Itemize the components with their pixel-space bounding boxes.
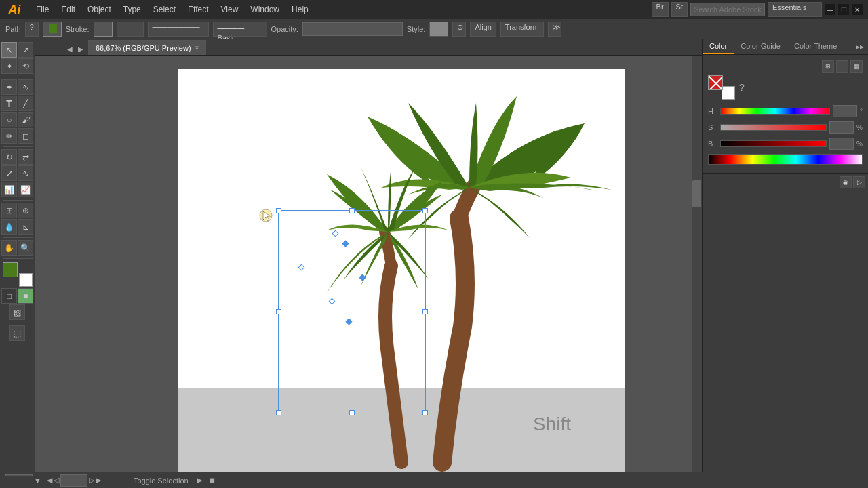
stop-btn[interactable]: ◼	[209, 476, 215, 485]
fill-swatch[interactable]	[3, 262, 18, 277]
extra-options-btn[interactable]: ≫	[548, 22, 561, 37]
pattern-mode-btn[interactable]: ▨	[9, 304, 25, 320]
workspace-selector[interactable]: Essentials	[768, 2, 822, 17]
prev-page-btn[interactable]: ◀	[47, 476, 52, 485]
stroke-weight-input[interactable]	[117, 22, 144, 37]
menu-type[interactable]: Type	[118, 3, 146, 16]
svg-rect-0	[49, 24, 57, 33]
panel-tab-bar: Color Color Guide Color Theme ▸▸	[703, 39, 868, 55]
selection-tool[interactable]: ↖	[1, 42, 17, 58]
align-btn[interactable]: Align	[470, 22, 496, 37]
menu-help[interactable]: Help	[286, 3, 314, 16]
s-slider[interactable]	[720, 124, 827, 131]
line-tool[interactable]: ╱	[18, 96, 33, 111]
panel-stroke-swatch[interactable]	[722, 86, 735, 100]
tab-color-guide[interactable]: Color Guide	[734, 39, 787, 54]
tab-color-theme[interactable]: Color Theme	[787, 39, 844, 54]
eraser-tool[interactable]: ◻	[18, 128, 33, 144]
hand-tool[interactable]: ✋	[1, 240, 17, 256]
panel-icon-large[interactable]: ▦	[850, 60, 863, 73]
prev-page-btn2[interactable]: ◁	[54, 476, 59, 485]
next-page-btn2[interactable]: ▶	[96, 476, 101, 485]
stock-btn[interactable]: St	[671, 2, 688, 17]
style-selector[interactable]	[429, 22, 448, 37]
normal-mode-btn[interactable]: □	[1, 288, 17, 304]
tab-nav-right[interactable]: ▶	[76, 45, 85, 54]
eyedropper-tool[interactable]: 💧	[1, 219, 17, 235]
curvature-tool[interactable]: ∿	[18, 79, 33, 95]
search-stock-input[interactable]	[690, 3, 765, 16]
menu-window[interactable]: Window	[245, 3, 285, 16]
b-unit: %	[856, 140, 863, 148]
maximize-button[interactable]: ☐	[838, 4, 849, 15]
stroke-color-btn[interactable]	[94, 22, 113, 37]
pencil-tool[interactable]: ✏	[1, 128, 17, 144]
scrollbar-thumb[interactable]	[692, 180, 701, 207]
b-slider[interactable]	[720, 140, 827, 147]
panel-fill-swatch[interactable]	[708, 75, 723, 90]
h-value-input[interactable]	[833, 105, 857, 117]
blend-tool[interactable]: ⊕	[18, 203, 33, 218]
menu-edit[interactable]: Edit	[56, 3, 81, 16]
stroke-swatch[interactable]	[19, 273, 33, 287]
scale-tool[interactable]: ⤢	[1, 165, 17, 181]
zoom-tool[interactable]: 🔍	[18, 240, 33, 256]
menu-select[interactable]: Select	[148, 3, 181, 16]
vertical-scrollbar[interactable]	[692, 56, 702, 472]
paintbrush-tool[interactable]: 🖌	[18, 112, 33, 127]
stroke-dash-selector[interactable]: ──── Basic	[213, 22, 267, 37]
close-button[interactable]: ✕	[852, 4, 863, 15]
bridge-btn[interactable]: Br	[652, 2, 669, 17]
menu-file[interactable]: File	[31, 3, 54, 16]
titlebar-left: Ai File Edit Object Type Select Effect V…	[0, 3, 314, 17]
menu-object[interactable]: Object	[82, 3, 117, 16]
color-spectrum-bar[interactable]	[708, 154, 863, 165]
h-label: H	[708, 107, 717, 115]
panel-icon-grid[interactable]: ⊞	[822, 60, 834, 73]
stroke-style-selector[interactable]: ─────────	[148, 22, 209, 37]
canvas-wrap[interactable]: Shift	[35, 56, 702, 472]
column-graph-tool[interactable]: 📈	[18, 182, 33, 197]
status-bar: 66,67% ▼ ◀ ◁ 1 ▷ ▶ Toggle Selection ▶ ◼	[0, 472, 868, 488]
s-value-input[interactable]	[829, 121, 854, 134]
direct-selection-tool[interactable]: ↗	[18, 42, 33, 58]
panel-icon-list[interactable]: ☰	[836, 60, 848, 73]
panel-more-btn[interactable]: ▸▸	[852, 39, 868, 54]
play-btn[interactable]: ▶	[197, 476, 202, 485]
h-unit: °	[860, 108, 863, 115]
main-tab[interactable]: 66,67% (RGB/GPU Preview) ×	[88, 40, 206, 55]
b-value-input[interactable]	[829, 138, 854, 150]
path-options-btn[interactable]: ?	[25, 22, 39, 37]
expand-panel-icon[interactable]: ▷	[853, 176, 865, 188]
measure-tool[interactable]: ⊾	[18, 219, 33, 235]
transform-tool[interactable]: ⊞	[1, 203, 17, 218]
next-page-btn[interactable]: ▷	[89, 476, 94, 485]
warp-tool[interactable]: ∿	[18, 165, 33, 181]
menu-view[interactable]: View	[216, 3, 244, 16]
lasso-tool[interactable]: ⟲	[18, 58, 33, 74]
graph-tool[interactable]: 📊	[1, 182, 17, 197]
rotate-tool[interactable]: ↻	[1, 149, 17, 165]
pen-tool[interactable]: ✒	[1, 79, 17, 95]
artboard-tool[interactable]: ⬚	[9, 325, 25, 341]
opacity-input[interactable]: 100%	[302, 22, 403, 36]
color-mode-btn[interactable]: ■	[18, 288, 33, 304]
magic-wand-tool[interactable]: ✦	[1, 58, 17, 74]
palm-tree-illustration	[178, 69, 625, 472]
h-slider[interactable]	[720, 108, 830, 115]
style-options-btn[interactable]: ⊙	[452, 22, 466, 37]
color-wheel-icon[interactable]: ◉	[840, 176, 852, 188]
transform-btn[interactable]: Transform	[500, 22, 544, 37]
color-unknown-btn[interactable]: ?	[739, 82, 745, 93]
tab-color[interactable]: Color	[703, 39, 734, 54]
tab-nav-left[interactable]: ◀	[65, 45, 75, 54]
reflect-tool[interactable]: ⇄	[18, 149, 33, 165]
type-tool[interactable]: T	[1, 96, 17, 111]
fill-color-btn[interactable]	[43, 22, 62, 37]
menu-effect[interactable]: Effect	[182, 3, 214, 16]
ellipse-tool[interactable]: ○	[1, 112, 17, 127]
minimize-button[interactable]: —	[825, 4, 835, 15]
tab-close-btn[interactable]: ×	[195, 44, 199, 52]
page-input[interactable]: 1	[60, 474, 87, 487]
page-nav: ◀ ◁ 1 ▷ ▶	[47, 474, 101, 487]
